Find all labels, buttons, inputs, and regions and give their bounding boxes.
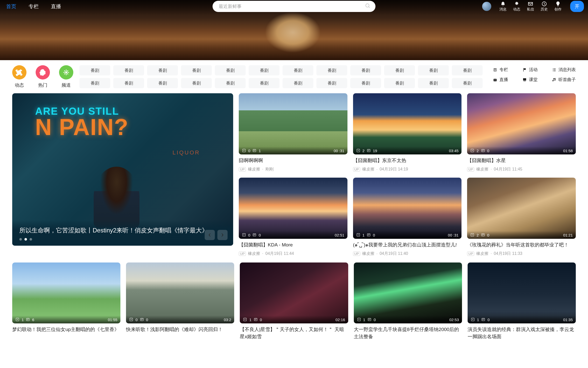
- search-input[interactable]: [213, 1, 375, 12]
- video-thumbnail[interactable]: 2 0 01:21: [467, 178, 576, 239]
- category-tag[interactable]: 番剧: [283, 78, 313, 88]
- uploader-name[interactable]: 橡皮擦: [362, 167, 374, 172]
- carousel-prev[interactable]: [205, 230, 215, 240]
- hero-neon-sign: ARE YOU STILL N PAIN?: [35, 106, 129, 138]
- nav-column[interactable]: 专栏: [29, 3, 39, 10]
- duration: 01:58: [563, 149, 573, 153]
- duration: 02:16: [335, 318, 345, 322]
- carousel-dot[interactable]: [24, 238, 27, 241]
- carousel-dot[interactable]: [30, 238, 32, 241]
- search-icon[interactable]: [365, 3, 370, 9]
- danmaku-icon: [367, 149, 371, 153]
- category-tag[interactable]: 番剧: [283, 65, 313, 75]
- video-title[interactable]: 快来听歌！浅影阿翻唱的《难却》闪亮回归！: [126, 326, 234, 333]
- carousel-dots: [19, 238, 226, 241]
- danmaku-icon: [481, 149, 485, 153]
- category-tag[interactable]: 番剧: [384, 78, 415, 88]
- video-title[interactable]: 【囧菌翻唱】KDA - More: [239, 241, 347, 248]
- category-tag[interactable]: 番剧: [316, 78, 347, 88]
- category-tag[interactable]: 番剧: [350, 78, 381, 88]
- side-activity[interactable]: 活动: [522, 67, 546, 73]
- category-tag[interactable]: 番剧: [249, 78, 279, 88]
- nav-moments[interactable]: 动态: [513, 1, 520, 12]
- uploader-name[interactable]: 橡皮擦: [362, 251, 374, 256]
- video-thumbnail[interactable]: 1 0 02:53: [354, 262, 462, 323]
- video-thumbnail[interactable]: 0 0 03:2: [126, 262, 234, 323]
- side-music[interactable]: 听首曲子: [552, 77, 576, 83]
- carousel-next[interactable]: [217, 230, 228, 240]
- header: 首页 专栏 直播 消息 动态 私信 历史 创作 开: [0, 0, 588, 60]
- category-tag[interactable]: 番剧: [215, 78, 246, 88]
- cat-hot[interactable]: 热门: [36, 65, 50, 88]
- uploader-name[interactable]: 橡皮擦: [476, 251, 488, 256]
- uploader-name[interactable]: 橡皮擦: [248, 251, 260, 256]
- video-title[interactable]: (๑ ᷇␣ ᷆)๑我要带上我的兄弟们在山顶上面摆造型儿!: [353, 241, 462, 248]
- category-tag[interactable]: 番剧: [418, 78, 449, 88]
- category-tag[interactable]: 番剧: [147, 65, 178, 75]
- video-thumbnail[interactable]: 1 0 00 :31: [353, 178, 462, 239]
- upload-date: 04月19日 11:45: [494, 167, 522, 172]
- category-tag[interactable]: 番剧: [147, 78, 178, 88]
- hero-carousel[interactable]: ARE YOU STILL N PAIN? LIQUOR 所以生命啊，它苦涩如歌…: [12, 93, 233, 246]
- video-title[interactable]: 【不良人|星雪】＂天子的女人，又如何！＂ 天暗星x姬如雪: [240, 326, 348, 340]
- upload-date: 04月19日 11:33: [494, 251, 522, 256]
- right-nav: 消息 动态 私信 历史 创作 开: [482, 1, 584, 12]
- danmaku-icon: [481, 318, 485, 322]
- video-title[interactable]: 【囧菌翻唱】东京不太热: [353, 157, 462, 164]
- category-tag[interactable]: 番剧: [113, 65, 144, 75]
- video-thumbnail[interactable]: 1 0 01:35: [468, 262, 576, 323]
- category-tag[interactable]: 番剧: [418, 65, 449, 75]
- nav-dm[interactable]: 私信: [527, 1, 534, 12]
- video-thumbnail[interactable]: 0 0 02:51: [239, 178, 347, 239]
- category-tag[interactable]: 番剧: [316, 65, 347, 75]
- uploader-name[interactable]: 橡皮擦: [248, 167, 260, 172]
- nav-live[interactable]: 直播: [51, 3, 61, 10]
- thumb-overlay: 1 0 02:53: [354, 316, 462, 323]
- category-tag[interactable]: 番剧: [452, 65, 483, 75]
- video-card: 2 0 01:21 《玫瑰花的葬礼》当年听这首歌的都毕业了吧！ UP 橡皮擦 ·…: [467, 178, 576, 256]
- video-title[interactable]: 囧啊啊啊啊: [239, 157, 347, 164]
- category-tag[interactable]: 番剧: [79, 78, 110, 88]
- cat-moments[interactable]: 动态: [12, 65, 26, 88]
- play-count-icon: [242, 233, 246, 237]
- nav-messages[interactable]: 消息: [499, 1, 507, 12]
- nav-home[interactable]: 首页: [6, 3, 16, 10]
- carousel-dot[interactable]: [19, 238, 22, 241]
- video-thumbnail[interactable]: 1 6 01:55: [12, 262, 120, 323]
- video-title[interactable]: 大一野蛮学生几千块喜提8手烂仔桑塔纳2000后的土法整备: [354, 326, 462, 340]
- video-thumbnail[interactable]: 0 1 00 :31: [239, 93, 347, 154]
- category-tag[interactable]: 番剧: [181, 65, 212, 75]
- category-tag[interactable]: 番剧: [113, 78, 144, 88]
- play-count: 1: [249, 318, 251, 322]
- video-title[interactable]: 梦幻联动！我把三位仙女up主翻唱的的《七里香》: [12, 326, 120, 333]
- video-thumbnail[interactable]: 1 0 02:16: [240, 262, 348, 323]
- video-title[interactable]: 演员失误造就的经典：群演入戏太深被揍，李云龙一脚踢出名场面: [468, 326, 576, 340]
- video-title[interactable]: 【囧菌翻唱】水星: [467, 157, 576, 164]
- category-tag[interactable]: 番剧: [181, 78, 212, 88]
- side-msglist[interactable]: 消息列表: [552, 67, 576, 73]
- category-tag[interactable]: 番剧: [79, 65, 110, 75]
- nav-history[interactable]: 历史: [541, 1, 548, 12]
- side-live[interactable]: 直播: [493, 77, 517, 83]
- danmaku-icon: [26, 318, 30, 322]
- side-column[interactable]: 专栏: [493, 67, 517, 73]
- nav-create[interactable]: 创作: [554, 1, 562, 12]
- video-thumbnail[interactable]: 2 19 03:45: [353, 93, 462, 154]
- category-tag[interactable]: 番剧: [384, 65, 415, 75]
- category-tag[interactable]: 番剧: [215, 65, 246, 75]
- play-count: 2: [477, 149, 479, 153]
- uploader-name[interactable]: 橡皮擦: [476, 167, 488, 172]
- video-card: 0 1 00 :31 囧啊啊啊啊 UP 橡皮擦 · 刚刚: [239, 93, 347, 172]
- category-tag[interactable]: 番剧: [350, 65, 381, 75]
- cat-channel[interactable]: 频道: [59, 65, 73, 88]
- side-class[interactable]: 课堂: [522, 77, 546, 83]
- category-tag[interactable]: 番剧: [452, 78, 483, 88]
- video-meta: UP 橡皮擦 · 04月19日 11:40: [353, 251, 462, 256]
- danmaku-count: 0: [487, 149, 489, 153]
- create-button[interactable]: 开: [570, 1, 584, 12]
- video-thumbnail[interactable]: 2 0 01:58: [467, 93, 576, 154]
- category-tag[interactable]: 番剧: [249, 65, 279, 75]
- avatar[interactable]: [482, 2, 491, 11]
- up-badge-icon: UP: [239, 252, 246, 256]
- video-title[interactable]: 《玫瑰花的葬礼》当年听这首歌的都毕业了吧！: [467, 241, 576, 248]
